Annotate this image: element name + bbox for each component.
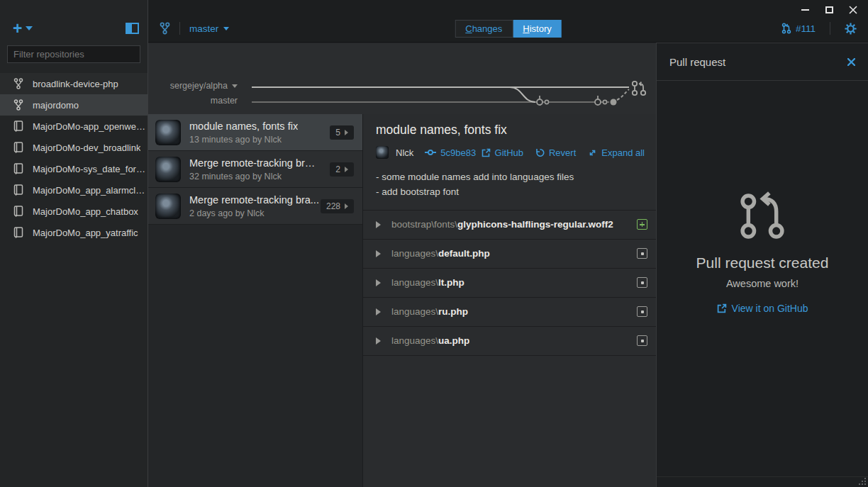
repo-item-chatbox[interactable]: MajorDoMo_app_chatbox bbox=[0, 201, 148, 222]
file-row[interactable]: languages\default.php bbox=[363, 240, 656, 269]
repo-item-yatraffic[interactable]: MajorDoMo_app_yatraffic bbox=[0, 222, 148, 243]
window-controls bbox=[793, 2, 865, 18]
expand-triangle-icon bbox=[376, 221, 381, 228]
commit-title: Merge remote-tracking branc... bbox=[189, 157, 321, 169]
file-row[interactable]: languages\lt.php bbox=[363, 269, 656, 298]
commit-list: module names, fonts fix 13 minutes ago b… bbox=[148, 114, 362, 487]
toolbar-divider bbox=[830, 22, 830, 35]
view-on-github-link[interactable]: View it on GitHub bbox=[717, 303, 808, 314]
commit-file-count-badge[interactable]: 228 bbox=[321, 199, 354, 213]
tab-history[interactable]: History bbox=[513, 20, 561, 38]
pull-request-created-headline: Pull request created bbox=[657, 254, 868, 272]
commit-message: - some module names add into languages f… bbox=[363, 160, 656, 210]
file-modified-icon bbox=[637, 277, 647, 288]
commit-meta: 13 minutes ago by Nlck bbox=[189, 135, 298, 145]
avatar bbox=[155, 120, 181, 145]
filter-container bbox=[0, 37, 148, 63]
graph-pull-request-icon bbox=[633, 82, 645, 95]
branch-icon[interactable] bbox=[160, 22, 170, 35]
repo-icon bbox=[13, 227, 23, 238]
add-repository-button[interactable]: + bbox=[13, 22, 33, 35]
repo-item-alarmclock[interactable]: MajorDoMo_app_alarmclock bbox=[0, 179, 148, 201]
repo-item-broadlink-device-php[interactable]: broadlink-device-php bbox=[0, 73, 148, 94]
repo-item-sys-date-format[interactable]: MajorDoMo-sys_date_format bbox=[0, 158, 148, 179]
file-row[interactable]: languages\ru.php bbox=[363, 298, 656, 327]
pull-request-created-icon bbox=[738, 191, 787, 241]
commit-details-panel: module names, fonts fix Nlck 5c9be83 Git… bbox=[362, 114, 656, 487]
toolbar-divider bbox=[179, 22, 180, 35]
settings-button[interactable] bbox=[845, 23, 857, 35]
repo-item-dev-broadlink[interactable]: MajorDoMo-dev_broadlink bbox=[0, 137, 148, 158]
branch-selector[interactable]: master bbox=[189, 23, 229, 34]
chevron-down-icon bbox=[26, 26, 33, 30]
status-strip bbox=[657, 476, 868, 487]
commit-graph[interactable] bbox=[148, 43, 656, 114]
file-modified-icon bbox=[637, 306, 647, 317]
close-button[interactable] bbox=[841, 2, 865, 18]
repo-icon bbox=[13, 184, 23, 196]
commit-meta: 32 minutes ago by Nlck bbox=[189, 172, 321, 181]
chevron-right-icon bbox=[345, 130, 348, 135]
avatar bbox=[155, 194, 181, 219]
chevron-down-icon bbox=[223, 27, 229, 30]
tab-changes[interactable]: Changes bbox=[455, 20, 513, 38]
pull-request-number: #111 bbox=[796, 23, 816, 34]
changed-files-list: bootstrap\fonts\glyphicons-halflings-reg… bbox=[363, 210, 656, 356]
pull-request-ref[interactable]: #111 bbox=[781, 23, 816, 34]
repo-icon bbox=[13, 206, 23, 217]
expand-triangle-icon bbox=[376, 279, 381, 286]
repository-sidebar: + broadlink-device-php majordomo MajorDo… bbox=[0, 0, 148, 487]
topbar: master Changes History #111 bbox=[148, 0, 868, 43]
branch-name: master bbox=[189, 23, 218, 34]
tab-changes-label: C bbox=[465, 23, 472, 34]
filter-repositories-input[interactable] bbox=[7, 45, 140, 63]
revert-icon bbox=[535, 148, 545, 157]
file-row[interactable]: languages\ua.php bbox=[363, 327, 656, 356]
fork-icon bbox=[13, 99, 23, 111]
sidebar-header: + bbox=[0, 0, 148, 37]
external-link-icon bbox=[482, 148, 491, 157]
commit-graph-band: sergejey/alpha master bbox=[148, 43, 656, 114]
commit-row[interactable]: Merge remote-tracking branc... 32 minute… bbox=[148, 151, 362, 188]
avatar bbox=[155, 157, 181, 182]
chevron-right-icon bbox=[345, 167, 348, 172]
view-tabs: Changes History bbox=[455, 20, 562, 38]
file-added-icon bbox=[637, 219, 647, 230]
commit-sha-link[interactable]: 5c9be83 bbox=[425, 147, 476, 158]
commit-title: module names, fonts fix bbox=[189, 121, 298, 132]
app-window: master Changes History #111 bbox=[0, 0, 868, 487]
maximize-button[interactable] bbox=[817, 2, 841, 18]
pull-request-icon bbox=[781, 23, 791, 34]
avatar bbox=[376, 146, 389, 159]
file-modified-icon bbox=[637, 248, 647, 259]
repo-icon bbox=[13, 163, 23, 174]
repo-icon bbox=[13, 121, 23, 132]
minimize-icon bbox=[801, 9, 809, 11]
file-modified-icon bbox=[637, 335, 647, 346]
repo-icon bbox=[13, 142, 23, 153]
repo-item-majordomo[interactable]: majordomo bbox=[0, 94, 148, 116]
close-icon bbox=[847, 58, 855, 66]
commit-file-count-badge[interactable]: 5 bbox=[330, 125, 354, 140]
close-icon bbox=[849, 6, 857, 14]
repo-item-openweather[interactable]: MajorDoMo-app_openweat... bbox=[0, 116, 148, 137]
expand-triangle-icon bbox=[376, 250, 381, 257]
github-button[interactable]: GitHub bbox=[482, 147, 523, 158]
toggle-sidebar-icon[interactable] bbox=[126, 23, 139, 34]
revert-button[interactable]: Revert bbox=[535, 147, 576, 158]
minimize-button[interactable] bbox=[793, 2, 817, 18]
commit-icon bbox=[425, 148, 436, 157]
expand-icon bbox=[588, 148, 597, 157]
commit-file-count-badge[interactable]: 2 bbox=[330, 162, 354, 177]
close-panel-button[interactable] bbox=[847, 58, 855, 66]
fork-icon bbox=[13, 78, 23, 89]
external-link-icon bbox=[717, 303, 727, 313]
file-row[interactable]: bootstrap\fonts\glyphicons-halflings-reg… bbox=[363, 211, 656, 240]
resize-grip[interactable] bbox=[858, 477, 867, 486]
expand-all-button[interactable]: Expand all bbox=[588, 147, 645, 158]
commit-title: Merge remote-tracking bra... bbox=[189, 194, 319, 206]
toolbar-right: #111 bbox=[781, 22, 857, 35]
commit-author: Nlck bbox=[396, 147, 413, 158]
commit-row[interactable]: module names, fonts fix 13 minutes ago b… bbox=[148, 114, 362, 151]
commit-row[interactable]: Merge remote-tracking bra... 2 days ago … bbox=[148, 188, 362, 225]
